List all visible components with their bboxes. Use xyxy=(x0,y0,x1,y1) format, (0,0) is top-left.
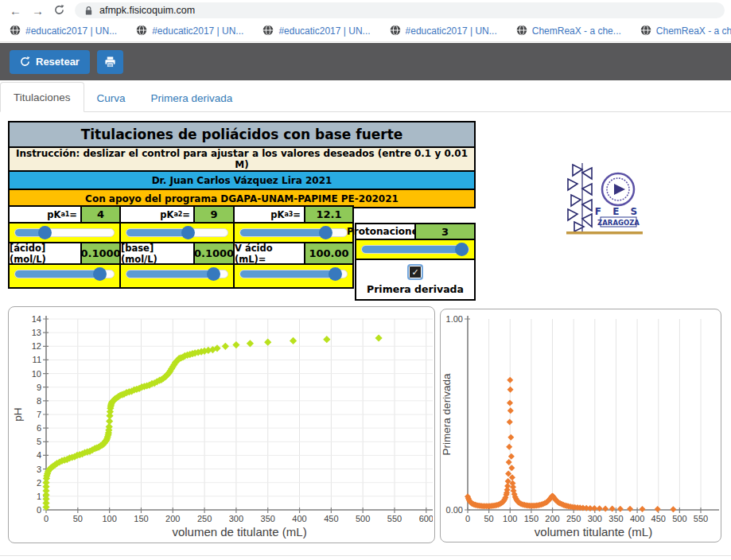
svg-text:300: 300 xyxy=(588,514,602,523)
svg-text:200: 200 xyxy=(165,514,180,523)
bookmark-item[interactable]: #educatic2017 | UN... xyxy=(10,25,117,38)
tab-primera-derivada[interactable]: Primera derivada xyxy=(138,84,246,112)
base-label: [base] (mol/L) xyxy=(121,243,195,265)
header-table: Titulaciones de poliácidos con base fuer… xyxy=(8,121,476,208)
reset-button[interactable]: Resetear xyxy=(10,50,90,74)
globe-icon xyxy=(262,25,274,38)
vacido-value: 100.00 xyxy=(305,243,352,265)
svg-text:13: 13 xyxy=(32,328,41,337)
svg-text:500: 500 xyxy=(356,514,370,523)
titration-chart: 0501001502002503003504004505005506000123… xyxy=(9,307,433,541)
slider-track[interactable] xyxy=(126,228,228,237)
app-toolbar: Resetear xyxy=(0,43,731,80)
x-axis-label: volumen de titulante (mL) xyxy=(172,525,306,539)
svg-text:450: 450 xyxy=(324,514,338,523)
unam-seal xyxy=(602,173,634,205)
tab-bar: TitulacionesCurvaPrimera derivada xyxy=(0,80,731,112)
vacido-slider[interactable] xyxy=(235,265,352,287)
titration-chart-box: 0501001502002503003504004505005506000123… xyxy=(8,306,435,543)
svg-text:550: 550 xyxy=(387,514,402,523)
bookmark-item[interactable]: #educatic2017 | UN... xyxy=(390,25,497,38)
protonaciones-panel: Protonaciones 3 ✓ Primera derivada xyxy=(355,223,476,301)
acido-slider[interactable] xyxy=(10,265,121,287)
base-slider[interactable] xyxy=(121,265,235,287)
bookmark-item[interactable]: ChemReaX - a che... xyxy=(516,25,621,38)
slider-track[interactable] xyxy=(239,228,348,237)
controls-panel: pKa1= 4 pKa2= 9 pKa3= 12.1 [ácido] (mol/… xyxy=(8,205,354,289)
slider-track[interactable] xyxy=(239,270,348,278)
slider-track[interactable] xyxy=(361,245,469,254)
acido-label: [ácido] (mol/L) xyxy=(10,243,82,265)
logo-fes-text: F E S xyxy=(595,206,641,217)
svg-text:0.00: 0.00 xyxy=(446,505,463,515)
primera-derivada-control: ✓ Primera derivada xyxy=(356,260,474,299)
svg-text:600: 600 xyxy=(419,514,433,523)
slider-track[interactable] xyxy=(14,270,115,278)
pka1-label: pKa1= xyxy=(10,207,82,224)
svg-text:500: 500 xyxy=(672,514,686,523)
slider-thumb[interactable] xyxy=(181,226,195,239)
y-axis-label: pH xyxy=(12,407,24,421)
reload-icon[interactable] xyxy=(54,5,64,17)
pka1-slider[interactable] xyxy=(10,224,121,243)
svg-text:14: 14 xyxy=(32,314,41,324)
svg-text:100: 100 xyxy=(503,514,517,523)
pka1-value: 4 xyxy=(82,207,121,224)
tab-titulaciones[interactable]: Titulaciones xyxy=(0,82,84,112)
globe-icon xyxy=(10,25,21,38)
url-bar[interactable]: afmpk.fisicoquim.com xyxy=(75,2,725,18)
bookmark-item[interactable]: ChemReaX - a che... xyxy=(640,25,731,38)
lock-icon xyxy=(84,6,93,16)
slider-thumb[interactable] xyxy=(329,267,342,281)
pka3-value: 12.1 xyxy=(305,207,352,224)
svg-text:4: 4 xyxy=(37,450,41,460)
slider-thumb[interactable] xyxy=(207,267,220,281)
svg-text:1: 1 xyxy=(37,492,41,501)
svg-text:550: 550 xyxy=(694,514,708,523)
slider-thumb[interactable] xyxy=(93,267,107,281)
tab-curva[interactable]: Curva xyxy=(84,84,138,112)
svg-text:50: 50 xyxy=(73,514,83,523)
derivative-chart-box: 0501001502002503003504004505005500.001.0… xyxy=(440,309,721,542)
x-axis-label: volumen titulante (mL) xyxy=(535,525,652,539)
svg-text:100: 100 xyxy=(102,514,116,523)
svg-text:11: 11 xyxy=(33,355,41,364)
slider-thumb[interactable] xyxy=(319,226,332,239)
page-title: Titulaciones de poliácidos con base fuer… xyxy=(9,122,475,147)
bookmark-item[interactable]: #educatic2017 | UN... xyxy=(136,25,243,38)
slider-track[interactable] xyxy=(126,270,228,278)
back-icon[interactable]: ← xyxy=(10,5,21,17)
printer-icon xyxy=(104,56,116,68)
svg-text:7: 7 xyxy=(37,410,41,419)
primera-derivada-checkbox[interactable]: ✓ xyxy=(407,264,423,280)
author-text: Dr. Juan Carlos Vázquez Lira 2021 xyxy=(9,171,475,189)
svg-text:ZARAGOZA: ZARAGOZA xyxy=(597,219,640,227)
protonaciones-slider[interactable] xyxy=(356,240,474,260)
forward-icon[interactable]: → xyxy=(32,5,44,17)
logo-gold-bar xyxy=(566,231,643,235)
bookmarks-bar: #educatic2017 | UN...#educatic2017 | UN.… xyxy=(0,21,731,42)
svg-text:350: 350 xyxy=(609,514,623,523)
pka2-label: pKa2= xyxy=(121,207,195,224)
bookmark-item[interactable]: #educatic2017 | UN... xyxy=(262,25,370,38)
svg-text:9: 9 xyxy=(37,383,41,392)
pka3-slider[interactable] xyxy=(235,224,352,243)
browser-window: ← → afmpk.fisicoquim.com #educatic2017 |… xyxy=(0,0,731,560)
bookmark-label: ChemReaX - a che... xyxy=(656,25,731,37)
print-button[interactable] xyxy=(97,50,123,74)
slider-thumb[interactable] xyxy=(38,226,52,239)
url-text: afmpk.fisicoquim.com xyxy=(99,5,195,16)
logo-zaragoza-text: ZARAGOZA xyxy=(597,217,640,227)
svg-text:6: 6 xyxy=(37,423,41,433)
vacido-label: V ácido (mL)= xyxy=(235,243,305,265)
pka2-slider[interactable] xyxy=(121,224,235,243)
svg-text:0: 0 xyxy=(37,505,41,515)
svg-text:250: 250 xyxy=(197,514,212,523)
slider-thumb[interactable] xyxy=(455,243,469,256)
bookmark-label: #educatic2017 | UN... xyxy=(25,25,117,37)
check-icon: ✓ xyxy=(411,267,418,278)
slider-track[interactable] xyxy=(14,228,115,237)
svg-text:1.00: 1.00 xyxy=(446,314,463,324)
bookmark-label: ChemReaX - a che... xyxy=(532,25,621,37)
globe-icon xyxy=(640,25,651,38)
